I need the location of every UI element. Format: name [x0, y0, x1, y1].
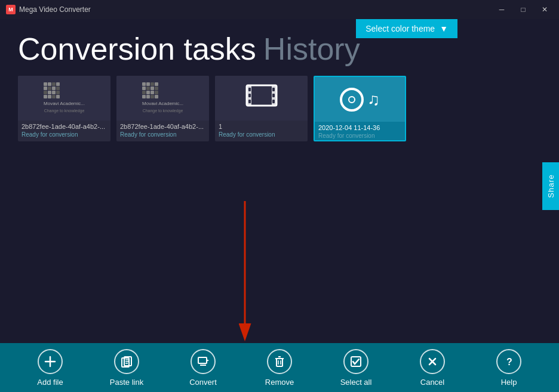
cd-circle [340, 88, 364, 112]
window-controls: ─ □ ✕ [493, 3, 553, 16]
file-card-4[interactable]: ✓ ♫ 2020-12-04 11-14-36 Ready for conver… [314, 76, 406, 141]
minimize-button[interactable]: ─ [493, 3, 510, 16]
music-note-icon: ♫ [367, 90, 380, 109]
paste-link-icon [114, 349, 139, 374]
card-status-1: Ready for conversion [22, 131, 107, 138]
remove-button[interactable]: Remove [259, 349, 300, 387]
remove-label: Remove [265, 378, 294, 387]
select-all-label: Select all [340, 378, 372, 387]
card-info-1: 2b872fee-1ade-40af-a4b2-... Ready for co… [18, 121, 110, 140]
share-label: Share [546, 174, 555, 198]
select-all-button[interactable]: Select all [335, 349, 377, 387]
svg-rect-5 [248, 100, 251, 103]
add-file-label: Add file [37, 378, 63, 387]
content-area: Movavi Academic... Change to knowledge 2… [0, 76, 559, 141]
card-status-3: Ready for conversion [219, 131, 304, 138]
card-info-3: 1 Ready for conversion [215, 121, 308, 140]
cancel-icon [420, 349, 445, 374]
add-file-button[interactable]: Add file [29, 349, 71, 387]
movavi-thumbnail-1: Movavi Academic... Change to knowledge [44, 82, 85, 114]
card-thumbnail-4: ♫ [315, 77, 405, 122]
file-card-1[interactable]: Movavi Academic... Change to knowledge 2… [18, 76, 110, 141]
paste-link-button[interactable]: Paste link [106, 349, 148, 387]
card-status-2: Ready for conversion [120, 131, 205, 138]
paste-link-label: Paste link [110, 378, 143, 387]
cancel-button[interactable]: Cancel [411, 349, 453, 387]
convert-label: Convert [189, 378, 217, 387]
maximize-button[interactable]: □ [515, 3, 532, 16]
svg-rect-6 [272, 88, 275, 91]
movavi-thumbnail-2: Movavi Academic... Change to knowledge [142, 82, 183, 114]
card-info-2: 2b872fee-1ade-40af-a4b2-... Ready for co… [116, 121, 209, 140]
file-card-3[interactable]: 1 Ready for conversion [215, 76, 308, 141]
color-theme-button[interactable]: Select color theme ▼ [356, 19, 457, 38]
svg-rect-4 [248, 94, 251, 97]
cards-container: Movavi Academic... Change to knowledge 2… [18, 76, 541, 141]
card-filename-4: 2020-12-04 11-14-36 [318, 124, 401, 131]
remove-icon [267, 349, 292, 374]
help-icon: ? [496, 349, 521, 374]
svg-rect-18 [198, 357, 207, 363]
film-icon [244, 81, 280, 116]
arrow-indicator [227, 195, 299, 347]
dropdown-arrow-icon: ▼ [440, 24, 448, 33]
svg-rect-21 [277, 359, 282, 366]
svg-rect-3 [248, 88, 251, 91]
page-title: Conversion tasksHistory [18, 31, 541, 67]
convert-icon [191, 349, 216, 374]
card-thumbnail-3 [215, 76, 308, 121]
svg-text:?: ? [506, 357, 512, 367]
add-file-icon [38, 349, 63, 374]
bottom-toolbar: Add file Paste link Convert [0, 343, 559, 392]
select-all-icon [343, 349, 368, 374]
card-filename-3: 1 [219, 123, 304, 130]
cancel-label: Cancel [420, 378, 444, 387]
file-card-2[interactable]: Movavi Academic... Change to knowledge 2… [116, 76, 209, 141]
main-content: Select color theme ▼ Conversion tasksHis… [0, 19, 559, 351]
history-label: History [263, 32, 360, 66]
help-label: Help [501, 378, 517, 387]
app-title: Mega Video Converter [19, 5, 493, 14]
card-info-4: 2020-12-04 11-14-36 Ready for conversion [315, 122, 405, 141]
card-status-4: Ready for conversion [318, 132, 401, 139]
app-icon: M [6, 5, 16, 14]
cd-music-icon: ♫ [340, 88, 380, 112]
conversion-tasks-label: Conversion tasks [18, 32, 256, 66]
card-filename-1: 2b872fee-1ade-40af-a4b2-... [22, 123, 107, 130]
titlebar: M Mega Video Converter ─ □ ✕ [0, 0, 559, 19]
svg-marker-19 [207, 359, 209, 362]
close-button[interactable]: ✕ [536, 3, 553, 16]
color-theme-label: Select color theme [366, 24, 435, 33]
card-thumbnail-1: Movavi Academic... Change to knowledge [18, 76, 110, 121]
card-thumbnail-2: Movavi Academic... Change to knowledge [116, 76, 209, 121]
svg-rect-7 [272, 94, 275, 97]
convert-button[interactable]: Convert [182, 349, 224, 387]
help-button[interactable]: ? Help [488, 349, 530, 387]
card-filename-2: 2b872fee-1ade-40af-a4b2-... [120, 123, 205, 130]
svg-rect-8 [272, 100, 275, 103]
page-header: Conversion tasksHistory [0, 19, 559, 73]
share-sidebar[interactable]: Share [542, 162, 559, 210]
